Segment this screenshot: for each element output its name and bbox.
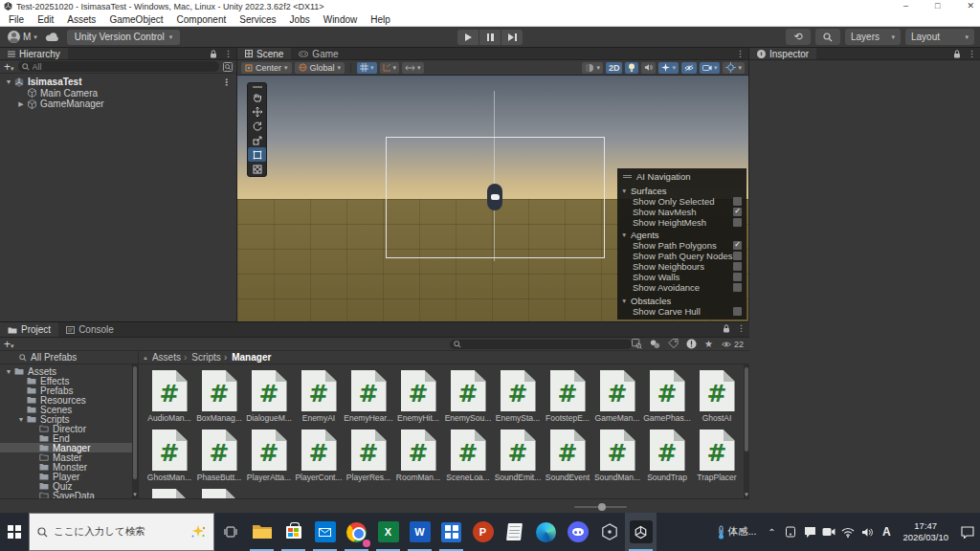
- shading-mode-dropdown[interactable]: ▾: [582, 62, 603, 74]
- overlay-drag-handle[interactable]: [248, 83, 266, 90]
- tray-chat-icon[interactable]: [800, 513, 819, 551]
- asset-item[interactable]: [194, 489, 244, 498]
- asset-item[interactable]: PhaseButt...: [194, 430, 244, 487]
- scene-camera-dropdown[interactable]: ▾: [700, 62, 721, 74]
- menu-item[interactable]: Assets: [60, 14, 102, 25]
- move-snap-dropdown[interactable]: ▾: [402, 62, 424, 74]
- nav-overlay-row[interactable]: Show Path Query Nodes ✓: [617, 251, 746, 261]
- taskbar-word[interactable]: W: [404, 513, 435, 551]
- nav-overlay-row[interactable]: Show Neighbours ✓: [617, 261, 746, 272]
- taskbar-remote-desktop[interactable]: [435, 513, 467, 551]
- move-tool[interactable]: [248, 104, 266, 119]
- taskbar-discord[interactable]: [562, 513, 593, 551]
- search-in-packages-icon[interactable]: [632, 339, 642, 349]
- tray-device-icon[interactable]: [781, 513, 800, 551]
- taskbar-notepad[interactable]: [499, 513, 530, 551]
- checkbox[interactable]: ✓: [733, 307, 742, 316]
- foldout-icon[interactable]: [621, 187, 631, 194]
- hierarchy-search-input[interactable]: [33, 62, 215, 72]
- folder-row[interactable]: Manager: [0, 443, 138, 452]
- thumbnail-zoom-slider[interactable]: [574, 506, 627, 508]
- tab-game[interactable]: Game: [291, 48, 345, 59]
- asset-item[interactable]: SoundEmit...: [493, 430, 543, 487]
- asset-item[interactable]: SoundTrap: [642, 430, 692, 487]
- close-button[interactable]: ✕: [967, 0, 974, 12]
- filter-by-type-icon[interactable]: [650, 339, 660, 349]
- account-button[interactable]: M ▾: [8, 31, 37, 43]
- layers-dropdown[interactable]: Layers ▾: [845, 29, 901, 45]
- folder-row[interactable]: Scenes: [0, 405, 138, 414]
- asset-item[interactable]: FootstepE...: [543, 370, 592, 428]
- scene-audio-toggle[interactable]: [641, 62, 656, 74]
- asset-item[interactable]: DialogueM...: [244, 370, 294, 428]
- checkbox[interactable]: ✓: [733, 252, 742, 260]
- nav-overlay-row[interactable]: Obstacles ✓: [617, 296, 746, 306]
- asset-item[interactable]: GhostMan...: [145, 430, 194, 487]
- nav-overlay-row[interactable]: Show Only Selected ✓: [617, 196, 746, 207]
- nav-overlay-row[interactable]: Agents ✓: [617, 230, 746, 240]
- tool-handle-rotation-dropdown[interactable]: Global ▾: [295, 62, 345, 74]
- cloud-icon[interactable]: [45, 33, 59, 42]
- checkbox[interactable]: ✓: [733, 273, 742, 281]
- taskbar-powerpoint[interactable]: P: [467, 513, 499, 551]
- lock-icon[interactable]: [210, 50, 217, 58]
- taskbar-mail[interactable]: [309, 513, 341, 551]
- asset-item[interactable]: GameMan...: [592, 370, 642, 428]
- filter-by-label-icon[interactable]: [668, 339, 679, 349]
- asset-item[interactable]: SoundEvent: [543, 430, 592, 487]
- 2d-view-toggle[interactable]: 2D: [606, 62, 623, 74]
- folder-row[interactable]: Prefabs: [0, 386, 138, 395]
- lock-icon[interactable]: [953, 50, 961, 58]
- minimize-button[interactable]: –: [903, 0, 908, 12]
- nav-overlay-row[interactable]: Show Avoidance ✓: [617, 282, 746, 293]
- tab-hierarchy[interactable]: Hierarchy: [0, 48, 68, 59]
- action-center-button[interactable]: [955, 513, 980, 551]
- transform-tool[interactable]: [248, 162, 266, 176]
- asset-item[interactable]: PlayerCont...: [294, 430, 344, 487]
- scene-visibility-toggle[interactable]: [681, 62, 697, 74]
- lock-icon[interactable]: [723, 324, 730, 333]
- checkbox[interactable]: ✓: [733, 283, 742, 292]
- one-column-toggle-icon[interactable]: ▲: [143, 355, 148, 361]
- kebab-menu-icon[interactable]: ⋮: [224, 50, 233, 58]
- breadcrumb-item[interactable]: Scripts: [181, 352, 221, 363]
- asset-item[interactable]: SoundMan...: [592, 430, 642, 487]
- nav-overlay-row[interactable]: Show NavMesh ✓: [617, 207, 746, 217]
- checkbox[interactable]: ✓: [733, 197, 742, 206]
- visible-count[interactable]: 22: [721, 340, 744, 349]
- grid-scrollbar[interactable]: ▼: [744, 364, 749, 498]
- foldout-icon[interactable]: [16, 416, 26, 423]
- taskbar-chrome[interactable]: [341, 513, 372, 551]
- foldout-icon[interactable]: [621, 231, 631, 238]
- effects-dropdown[interactable]: ▾: [658, 62, 679, 74]
- nav-overlay-row[interactable]: Show Path Polygons ✓: [617, 240, 746, 251]
- breadcrumb-item[interactable]: Assets: [152, 352, 181, 363]
- hierarchy-item[interactable]: IsimasaTest ⋮: [0, 77, 236, 88]
- menu-item[interactable]: Component: [170, 14, 234, 25]
- breadcrumb-item[interactable]: Manager: [221, 352, 271, 363]
- checkbox[interactable]: ✓: [733, 241, 742, 250]
- tab-scene[interactable]: Scene: [237, 48, 291, 59]
- checkbox[interactable]: ✓: [733, 262, 742, 271]
- version-control-button[interactable]: Unity Version Control ▾: [67, 30, 180, 45]
- favorites-all-prefabs[interactable]: All Prefabs: [0, 351, 139, 364]
- folder-row[interactable]: Player: [0, 472, 138, 481]
- asset-item[interactable]: EnemyAI: [294, 370, 344, 428]
- scroll-down-icon[interactable]: ▼: [744, 492, 749, 497]
- search-everything-button[interactable]: [815, 29, 840, 45]
- foldout-icon[interactable]: [4, 78, 13, 85]
- taskbar-clock[interactable]: 17:47 2026/03/10: [896, 520, 955, 544]
- folder-row[interactable]: Quiz: [0, 481, 138, 491]
- view-hand-tool[interactable]: [248, 90, 266, 104]
- folder-row[interactable]: Scripts: [0, 414, 138, 424]
- add-gameobject-button[interactable]: +▾: [4, 61, 14, 73]
- scene-canvas[interactable]: AI Navigation Surfaces ✓ Show Only Selec…: [237, 76, 748, 321]
- folder-row[interactable]: Master: [0, 452, 138, 462]
- asset-item[interactable]: SceneLoa...: [443, 430, 493, 487]
- kebab-menu-icon[interactable]: ⋮: [736, 50, 745, 58]
- asset-item[interactable]: [145, 489, 194, 498]
- foldout-icon[interactable]: [16, 100, 26, 108]
- play-button[interactable]: [457, 30, 479, 45]
- asset-item[interactable]: EnemyHit...: [393, 370, 443, 428]
- folder-row[interactable]: Resources: [0, 395, 138, 405]
